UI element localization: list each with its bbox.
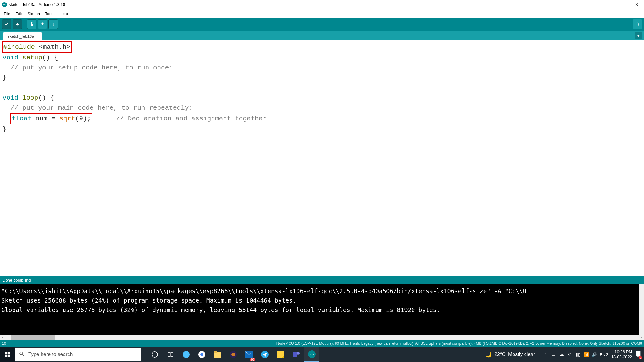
menu-tools[interactable]: Tools xyxy=(43,11,56,17)
minimize-button[interactable]: — xyxy=(601,0,615,9)
wifi-icon[interactable]: 📶 xyxy=(583,352,589,357)
start-button[interactable] xyxy=(0,347,15,362)
code-call-sqrt: sqrt xyxy=(59,115,75,122)
volume-icon[interactable]: 🔊 xyxy=(591,352,597,357)
svg-point-17 xyxy=(231,353,235,356)
svg-rect-2 xyxy=(5,352,8,354)
save-button[interactable] xyxy=(48,19,58,29)
console-line: "C:\\Users\\ishit\\AppData\\Local\\Ardui… xyxy=(1,286,643,296)
console-vertical-scrollbar[interactable] xyxy=(639,284,644,335)
svg-rect-3 xyxy=(8,352,10,354)
svg-point-0 xyxy=(636,23,638,25)
code-keyword-void: void xyxy=(3,94,18,101)
taskbar-search[interactable]: Type here to search xyxy=(15,348,141,361)
window-controls: — ☐ ✕ xyxy=(601,0,644,9)
clock[interactable]: 10:26 PM 13-02-2022 xyxy=(611,349,632,359)
weather-widget[interactable]: 🌙 22°C Mostly clear xyxy=(486,352,535,358)
scroll-left-arrow[interactable]: < xyxy=(0,335,5,340)
language-indicator[interactable]: ENG xyxy=(600,352,608,357)
teams-icon[interactable] xyxy=(289,347,304,362)
svg-rect-4 xyxy=(5,355,8,357)
sketch-tab[interactable]: sketch_feb13a § xyxy=(3,32,42,40)
date-text: 13-02-2022 xyxy=(611,354,632,359)
menu-help[interactable]: Help xyxy=(58,11,70,17)
open-button[interactable] xyxy=(38,19,47,29)
console-horizontal-scrollbar[interactable]: < > xyxy=(0,335,644,340)
status-text: Done compiling. xyxy=(3,278,32,282)
board-info: NodeMCU 1.0 (ESP-12E Module), 80 MHz, Fl… xyxy=(276,341,642,346)
weather-icon: 🌙 xyxy=(486,352,492,358)
maximize-button[interactable]: ☐ xyxy=(615,0,630,9)
system-tray: 🌙 22°C Mostly clear ^ ▭ ☁ 🛡 ▮▯ 📶 🔊 ENG 1… xyxy=(486,349,644,359)
svg-rect-15 xyxy=(214,351,217,353)
serial-monitor-button[interactable] xyxy=(633,19,642,29)
taskbar-apps: 93 ∞ xyxy=(147,347,319,362)
notifications-button[interactable]: 2 xyxy=(635,351,641,359)
new-button[interactable] xyxy=(27,19,36,29)
console-line: Sketch uses 256688 bytes (24%) of progra… xyxy=(1,296,643,305)
upload-button[interactable] xyxy=(13,19,22,29)
verify-button[interactable] xyxy=(2,19,11,29)
arduino-taskbar-icon[interactable]: ∞ xyxy=(304,347,319,362)
svg-rect-21 xyxy=(293,352,297,357)
code-editor[interactable]: #include <math.h> void setup() { // put … xyxy=(0,40,644,276)
notification-badge: 2 xyxy=(639,356,642,359)
close-button[interactable]: ✕ xyxy=(630,0,644,9)
edge-icon[interactable] xyxy=(179,347,194,362)
task-view-icon[interactable] xyxy=(163,347,178,362)
status-bar: Done compiling. xyxy=(0,276,644,284)
onedrive-icon[interactable]: ☁ xyxy=(559,352,564,357)
time-text: 10:26 PM xyxy=(611,349,632,354)
menu-file[interactable]: File xyxy=(2,11,12,17)
cortana-icon[interactable] xyxy=(147,347,162,362)
svg-line-7 xyxy=(22,354,24,356)
mail-badge: 93 xyxy=(250,358,255,361)
svg-rect-14 xyxy=(214,352,221,358)
weather-desc: Mostly clear xyxy=(508,352,535,357)
code-header-name: <math.h> xyxy=(39,43,70,51)
svg-point-8 xyxy=(152,352,158,357)
telegram-icon[interactable] xyxy=(257,347,272,362)
svg-point-11 xyxy=(183,351,190,358)
chrome-icon[interactable] xyxy=(194,347,209,362)
svg-point-6 xyxy=(20,352,23,355)
code-keyword-void: void xyxy=(3,54,18,61)
window-titlebar: ∞ sketch_feb13a | Arduino 1.8.10 — ☐ ✕ xyxy=(0,0,644,9)
window-title: sketch_feb13a | Arduino 1.8.10 xyxy=(9,2,65,7)
search-placeholder: Type here to search xyxy=(28,352,73,357)
eclipse-icon[interactable] xyxy=(226,347,241,362)
line-number: 10 xyxy=(2,341,6,346)
mail-icon[interactable]: 93 xyxy=(242,347,257,362)
svg-rect-5 xyxy=(8,355,10,357)
tabbar: sketch_feb13a § ▾ xyxy=(0,31,644,40)
scrollbar-thumb[interactable] xyxy=(11,335,55,340)
console-line: Global variables use 26776 bytes (32%) o… xyxy=(1,305,643,315)
sticky-notes-icon[interactable] xyxy=(273,347,288,362)
code-comment: // put your main code here, to run repea… xyxy=(10,104,193,112)
file-explorer-icon[interactable] xyxy=(210,347,225,362)
security-icon[interactable]: 🛡 xyxy=(567,352,573,357)
toolbar xyxy=(0,18,644,31)
battery-icon[interactable]: ▮▯ xyxy=(575,352,581,357)
output-console[interactable]: "C:\\Users\\ishit\\AppData\\Local\\Ardui… xyxy=(0,284,644,335)
code-keyword-include: #include xyxy=(3,43,35,51)
arduino-app-icon: ∞ xyxy=(2,2,7,7)
meet-now-icon[interactable]: ▭ xyxy=(551,352,556,357)
weather-temp: 22°C xyxy=(494,352,506,357)
code-func-loop: loop xyxy=(22,94,38,101)
menu-sketch[interactable]: Sketch xyxy=(25,11,42,17)
footer-bar: 10 NodeMCU 1.0 (ESP-12E Module), 80 MHz,… xyxy=(0,340,644,347)
svg-point-13 xyxy=(200,353,203,356)
tab-menu-button[interactable]: ▾ xyxy=(635,32,642,39)
code-comment: // put your setup code here, to run once… xyxy=(10,64,173,71)
svg-text:∞: ∞ xyxy=(310,352,314,357)
menu-edit[interactable]: Edit xyxy=(14,11,24,17)
code-func-setup: setup xyxy=(22,54,42,61)
scroll-right-arrow[interactable]: > xyxy=(639,335,644,340)
svg-rect-9 xyxy=(168,353,170,357)
tray-chevron-icon[interactable]: ^ xyxy=(542,352,548,357)
code-comment: // Declaration and assignment together xyxy=(116,115,267,122)
search-icon xyxy=(19,351,25,358)
svg-line-1 xyxy=(638,25,639,26)
menubar: File Edit Sketch Tools Help xyxy=(0,9,644,18)
